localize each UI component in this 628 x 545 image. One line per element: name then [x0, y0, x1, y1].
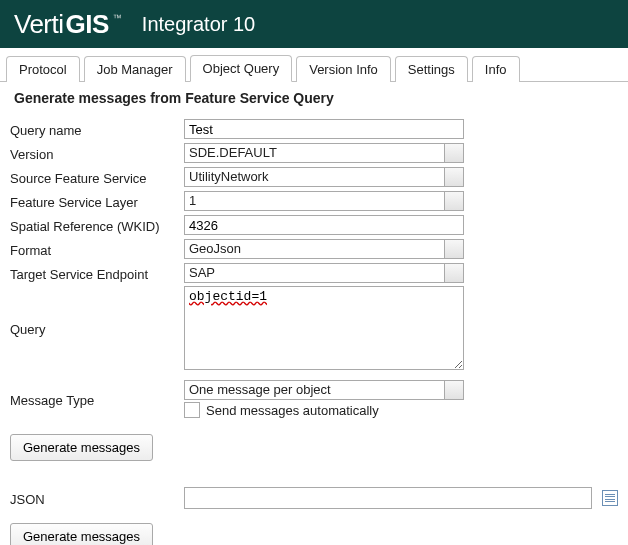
chevron-down-icon[interactable] [444, 263, 464, 283]
logo-verti: Verti [14, 9, 64, 40]
label-feature-service-layer: Feature Service Layer [10, 193, 184, 210]
chevron-down-icon[interactable] [444, 380, 464, 400]
chevron-down-icon[interactable] [444, 143, 464, 163]
generate-messages-button-2[interactable]: Generate messages [10, 523, 153, 545]
app-header: VertiGIS™ Integrator 10 [0, 0, 628, 48]
tab-version-info[interactable]: Version Info [296, 56, 391, 82]
chevron-down-icon[interactable] [444, 167, 464, 187]
label-query: Query [10, 320, 184, 337]
target-service-endpoint-value: SAP [184, 263, 444, 283]
chevron-down-icon[interactable] [444, 191, 464, 211]
app-title: Integrator 10 [142, 13, 255, 36]
label-json: JSON [10, 490, 184, 507]
tab-protocol[interactable]: Protocol [6, 56, 80, 82]
format-value: GeoJson [184, 239, 444, 259]
spatial-reference-input[interactable] [184, 215, 464, 235]
logo: VertiGIS™ [14, 9, 122, 40]
expand-json-icon[interactable] [602, 490, 618, 506]
label-format: Format [10, 241, 184, 258]
chevron-down-icon[interactable] [444, 239, 464, 259]
version-select[interactable]: SDE.DEFAULT [184, 143, 464, 163]
label-spatial-reference: Spatial Reference (WKID) [10, 217, 184, 234]
message-type-value: One message per object [184, 380, 444, 400]
tab-job-manager[interactable]: Job Manager [84, 56, 186, 82]
label-source-feature-service: Source Feature Service [10, 169, 184, 186]
label-version: Version [10, 145, 184, 162]
label-query-name: Query name [10, 121, 184, 138]
message-type-select[interactable]: One message per object [184, 380, 464, 400]
generate-messages-button[interactable]: Generate messages [10, 434, 153, 461]
query-name-input[interactable] [184, 119, 464, 139]
label-send-automatically: Send messages automatically [206, 403, 379, 418]
tab-settings[interactable]: Settings [395, 56, 468, 82]
label-message-type: Message Type [10, 391, 184, 408]
source-feature-service-value: UtilityNetwork [184, 167, 444, 187]
feature-service-layer-value: 1 [184, 191, 444, 211]
logo-gis: GIS [66, 9, 109, 40]
tab-info[interactable]: Info [472, 56, 520, 82]
label-target-service-endpoint: Target Service Endpoint [10, 265, 184, 282]
source-feature-service-select[interactable]: UtilityNetwork [184, 167, 464, 187]
tab-object-query[interactable]: Object Query [190, 55, 293, 82]
target-service-endpoint-select[interactable]: SAP [184, 263, 464, 283]
feature-service-layer-select[interactable]: 1 [184, 191, 464, 211]
tab-bar: Protocol Job Manager Object Query Versio… [0, 48, 628, 82]
form-area: Query name Version SDE.DEFAULT Source Fe… [0, 112, 628, 545]
logo-tm: ™ [113, 13, 122, 23]
query-textarea[interactable] [184, 286, 464, 370]
section-title: Generate messages from Feature Service Q… [0, 82, 628, 112]
version-select-value: SDE.DEFAULT [184, 143, 444, 163]
send-automatically-checkbox[interactable] [184, 402, 200, 418]
json-input[interactable] [184, 487, 592, 509]
format-select[interactable]: GeoJson [184, 239, 464, 259]
